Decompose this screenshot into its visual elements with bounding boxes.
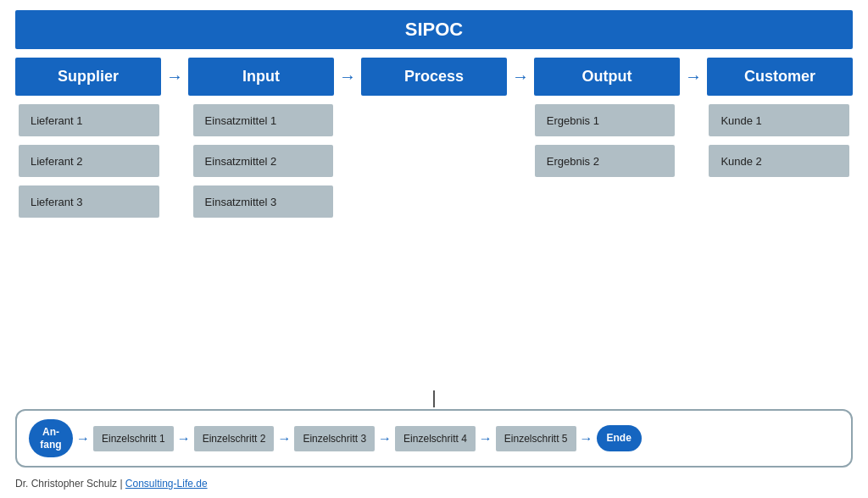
arrow-col-4 — [678, 104, 705, 401]
footer: Dr. Christopher Schulz | Consulting-Life… — [15, 476, 853, 490]
header-process: Process — [361, 58, 507, 96]
input-card-1: Einsatzmittel 1 — [193, 104, 334, 136]
header-input: Input — [188, 58, 334, 96]
footer-text: Dr. Christopher Schulz | — [15, 478, 125, 490]
flow-arrow-2: → — [174, 431, 194, 446]
flow-step-1: Einzelschritt 1 — [93, 426, 174, 451]
arrow-p-o: → — [507, 67, 534, 86]
output-card-2: Ergebnis 2 — [535, 145, 676, 177]
input-card-3: Einsatzmittel 3 — [193, 185, 334, 218]
supplier-col: Lieferant 1 Lieferant 2 Lieferant 3 — [15, 104, 163, 401]
flow-step-5: Einzelschritt 5 — [496, 426, 576, 451]
arrow-col-3 — [504, 104, 531, 401]
flow-step-2: Einzelschritt 2 — [194, 426, 275, 451]
customer-card-1: Kunde 1 — [709, 104, 849, 136]
input-col: Einsatzmittel 1 Einsatzmittel 2 Einsatzm… — [190, 104, 337, 401]
footer-link[interactable]: Consulting-Life.de — [125, 478, 208, 490]
header-row: Supplier → Input → Process → Output → Cu… — [15, 58, 853, 96]
supplier-card-3: Lieferant 3 — [19, 185, 159, 218]
header-supplier: Supplier — [15, 58, 161, 96]
process-col — [364, 104, 504, 401]
process-flow-container: An- fang → Einzelschritt 1 → Einzelschri… — [15, 407, 853, 468]
arrow-s-i: → — [161, 67, 188, 86]
sipoc-title: SIPOC — [15, 10, 853, 49]
data-area: Lieferant 1 Lieferant 2 Lieferant 3 Eins… — [15, 104, 853, 401]
customer-col: Kunde 1 Kunde 2 — [705, 104, 853, 401]
supplier-card-2: Lieferant 2 — [19, 145, 159, 177]
flow-arrow-3: → — [274, 431, 294, 446]
arrow-col-1 — [163, 104, 190, 401]
output-card-1: Ergebnis 1 — [535, 104, 676, 136]
flow-step-3: Einzelschritt 3 — [294, 426, 375, 451]
content-section: Lieferant 1 Lieferant 2 Lieferant 3 Eins… — [15, 104, 853, 468]
header-output: Output — [534, 58, 680, 96]
arrow-o-c: → — [680, 67, 707, 86]
arrow-i-p: → — [334, 67, 361, 86]
flow-start: An- fang — [29, 419, 73, 457]
output-col: Ergebnis 1 Ergebnis 2 — [531, 104, 679, 401]
flow-arrow-1: → — [73, 431, 93, 446]
header-customer: Customer — [707, 58, 853, 96]
flow-step-4: Einzelschritt 4 — [395, 426, 476, 451]
flow-arrow-5: → — [476, 431, 496, 446]
flow-end: Ende — [597, 425, 642, 451]
flow-arrow-6: → — [576, 431, 597, 446]
input-card-2: Einsatzmittel 2 — [193, 145, 334, 177]
customer-card-2: Kunde 2 — [709, 145, 849, 177]
spike — [433, 390, 435, 407]
flow-arrow-4: → — [375, 431, 395, 446]
main-container: SIPOC Supplier → Input → Process → Outpu… — [0, 0, 868, 498]
arrow-col-2 — [337, 104, 364, 401]
supplier-card-1: Lieferant 1 — [19, 104, 159, 136]
process-flow-wrapper: An- fang → Einzelschritt 1 → Einzelschri… — [15, 409, 853, 468]
